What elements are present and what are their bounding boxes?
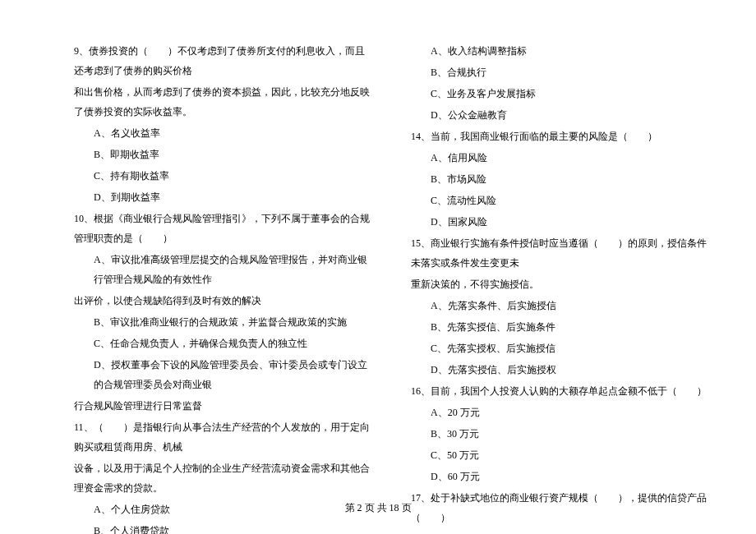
q13-opt-d: D、公众金融教育: [411, 105, 707, 125]
q15-opt-d: D、先落实授信、后实施授权: [411, 360, 707, 380]
q11-opt-b: B、个人消费贷款: [74, 521, 370, 534]
q14-opt-c: C、流动性风险: [411, 191, 707, 210]
q16-opt-b: B、30 万元: [411, 424, 707, 444]
q9-opt-b: B、即期收益率: [74, 145, 370, 164]
q14-opt-d: D、国家风险: [411, 212, 707, 232]
q15-opt-c: C、先落实授权、后实施授信: [411, 338, 707, 358]
q16-text: 16、目前，我国个人投资人认购的大额存单起点金额不低于（ ）: [411, 381, 707, 401]
q15-line2: 重新决策的，不得实施授信。: [411, 274, 707, 294]
right-column: A、收入结构调整指标 B、合规执行 C、业务及客户发展指标 D、公众金融教育 1…: [411, 41, 707, 534]
q14-opt-a: A、信用风险: [411, 148, 707, 168]
q13-opt-b: B、合规执行: [411, 62, 707, 82]
q13-opt-c: C、业务及客户发展指标: [411, 84, 707, 104]
q11-line1: 11、（ ）是指银行向从事合法生产经营的个人发放的，用于定向购买或租赁商用房、机…: [74, 417, 370, 457]
left-column: 9、债券投资的（ ）不仅考虑到了债券所支付的利息收入，而且还考虑到了债券的购买价…: [74, 41, 370, 534]
q17-opt-a: A、很大；较少: [411, 529, 707, 534]
q10-opt-c: C、任命合规负责人，并确保合规负责人的独立性: [74, 334, 370, 353]
q10-opt-a2: 出评价，以使合规缺陷得到及时有效的解决: [74, 291, 370, 311]
q10-opt-d1: D、授权董事会下设的风险管理委员会、审计委员会或专门设立的合规管理委员会对商业银: [74, 355, 370, 394]
q9-opt-d: D、到期收益率: [74, 187, 370, 207]
q10-opt-b: B、审议批准商业银行的合规政策，并监督合规政策的实施: [74, 312, 370, 332]
q11-line2: 设备，以及用于满足个人控制的企业生产经营流动资金需求和其他合理资金需求的贷款。: [74, 458, 370, 498]
q14-text: 14、当前，我国商业银行面临的最主要的风险是（ ）: [411, 127, 707, 146]
q10-text: 10、根据《商业银行合规风险管理指引》，下列不属于董事会的合规管理职责的是（ ）: [74, 209, 370, 248]
q10-opt-a1: A、审议批准高级管理层提交的合规风险管理报告，并对商业银行管理合规风险的有效性作: [74, 250, 370, 289]
q13-opt-a: A、收入结构调整指标: [411, 41, 707, 61]
q15-line1: 15、商业银行实施有条件授信时应当遵循（ ）的原则，授信条件未落实或条件发生变更…: [411, 233, 707, 273]
q9-line2: 和出售价格，从而考虑到了债券的资本损益，因此，比较充分地反映了债券投资的实际收益…: [74, 82, 370, 122]
q15-opt-b: B、先落实授信、后实施条件: [411, 317, 707, 337]
q16-opt-d: D、60 万元: [411, 467, 707, 486]
q16-opt-a: A、20 万元: [411, 403, 707, 422]
q9-opt-c: C、持有期收益率: [74, 166, 370, 186]
q15-opt-a: A、先落实条件、后实施授信: [411, 296, 707, 315]
q9-opt-a: A、名义收益率: [74, 123, 370, 143]
page-footer: 第 2 页 共 18 页: [0, 498, 756, 518]
q14-opt-b: B、市场风险: [411, 169, 707, 189]
q10-opt-d2: 行合规风险管理进行日常监督: [74, 396, 370, 416]
q16-opt-c: C、50 万元: [411, 445, 707, 465]
q9-line1: 9、债券投资的（ ）不仅考虑到了债券所支付的利息收入，而且还考虑到了债券的购买价…: [74, 41, 370, 81]
